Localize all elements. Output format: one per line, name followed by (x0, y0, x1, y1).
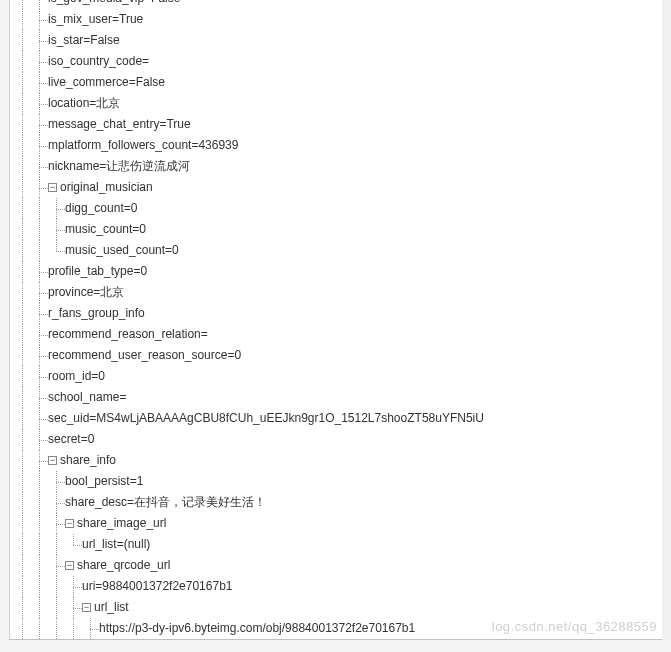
node-label: share_desc=在抖音，记录美好生活！ (65, 492, 266, 513)
tree-node[interactable]: recommend_reason_relation= (14, 324, 662, 345)
node-label: live_commerce=False (48, 72, 165, 93)
tree-node[interactable]: nickname=让悲伤逆流成河 (14, 156, 662, 177)
tree-node[interactable]: is_star=False (14, 30, 662, 51)
node-label: https://p6-dy-ipv6.byteimg.com/obj/98840… (99, 639, 415, 640)
node-label: bool_persist=1 (65, 471, 143, 492)
tree-node[interactable]: iso_country_code= (14, 51, 662, 72)
tree-node[interactable]: is_mix_user=True (14, 9, 662, 30)
node-label: is_gov_media_vip=False (48, 0, 180, 9)
tree-guides (14, 30, 48, 51)
tree-node[interactable]: original_musician (14, 177, 662, 198)
tree-node[interactable]: secret=0 (14, 429, 662, 450)
tree-guides (14, 471, 65, 492)
tree-node[interactable]: url_list=(null) (14, 534, 662, 555)
node-label: share_qrcode_url (77, 555, 170, 576)
collapse-icon[interactable] (65, 519, 74, 528)
tree-guides (14, 303, 48, 324)
tree-guides (14, 387, 48, 408)
tree-guides (14, 324, 48, 345)
node-label: share_info (60, 450, 116, 471)
tree-node[interactable]: room_id=0 (14, 366, 662, 387)
tree-node[interactable]: share_info (14, 450, 662, 471)
tree-guides (14, 408, 48, 429)
node-label: original_musician (60, 177, 153, 198)
tree-node[interactable]: https://p6-dy-ipv6.byteimg.com/obj/98840… (14, 639, 662, 640)
tree-guides (14, 555, 65, 576)
tree-guides (14, 240, 65, 261)
tree-node[interactable]: message_chat_entry=True (14, 114, 662, 135)
json-tree: is_gov_media_vip=Falseis_mix_user=Trueis… (10, 0, 662, 640)
tree-guides (14, 429, 48, 450)
tree-guides (14, 513, 65, 534)
tree-node[interactable]: https://p3-dy-ipv6.byteimg.com/obj/98840… (14, 618, 662, 639)
node-label: digg_count=0 (65, 198, 137, 219)
tree-guides (14, 639, 99, 640)
node-label: music_used_count=0 (65, 240, 179, 261)
tree-guides (14, 219, 65, 240)
tree-node[interactable]: school_name= (14, 387, 662, 408)
tree-node[interactable]: share_qrcode_url (14, 555, 662, 576)
collapse-icon[interactable] (48, 456, 57, 465)
tree-node[interactable]: share_image_url (14, 513, 662, 534)
tree-node[interactable]: music_count=0 (14, 219, 662, 240)
node-label: is_mix_user=True (48, 9, 143, 30)
node-label: mplatform_followers_count=436939 (48, 135, 238, 156)
tree-guides (14, 450, 48, 471)
tree-guides (14, 51, 48, 72)
tree-node[interactable]: location=北京 (14, 93, 662, 114)
scrollbar-track[interactable] (662, 0, 671, 640)
tree-node[interactable]: recommend_user_reason_source=0 (14, 345, 662, 366)
node-label: music_count=0 (65, 219, 146, 240)
tree-node[interactable]: music_used_count=0 (14, 240, 662, 261)
tree-guides (14, 366, 48, 387)
node-label: url_list=(null) (82, 534, 150, 555)
tree-guides (14, 261, 48, 282)
tree-guides (14, 72, 48, 93)
tree-node[interactable]: sec_uid=MS4wLjABAAAAgCBU8fCUh_uEEJkn9gr1… (14, 408, 662, 429)
node-label: nickname=让悲伤逆流成河 (48, 156, 190, 177)
node-label: uri=9884001372f2e70167b1 (82, 576, 232, 597)
node-label: room_id=0 (48, 366, 105, 387)
node-label: school_name= (48, 387, 126, 408)
node-label: iso_country_code= (48, 51, 149, 72)
node-label: recommend_reason_relation= (48, 324, 208, 345)
node-label: profile_tab_type=0 (48, 261, 147, 282)
node-label: province=北京 (48, 282, 124, 303)
tree-guides (14, 135, 48, 156)
tree-guides (14, 492, 65, 513)
collapse-icon[interactable] (82, 603, 91, 612)
tree-node[interactable]: live_commerce=False (14, 72, 662, 93)
tree-panel: is_gov_media_vip=Falseis_mix_user=Trueis… (9, 0, 663, 640)
tree-guides (14, 576, 82, 597)
node-label: sec_uid=MS4wLjABAAAAgCBU8fCUh_uEEJkn9gr1… (48, 408, 484, 429)
tree-guides (14, 597, 82, 618)
collapse-icon[interactable] (65, 561, 74, 570)
tree-node[interactable]: bool_persist=1 (14, 471, 662, 492)
node-label: recommend_user_reason_source=0 (48, 345, 241, 366)
tree-guides (14, 282, 48, 303)
tree-node[interactable]: url_list (14, 597, 662, 618)
node-label: message_chat_entry=True (48, 114, 191, 135)
tree-node[interactable]: r_fans_group_info (14, 303, 662, 324)
tree-node[interactable]: is_gov_media_vip=False (14, 0, 662, 9)
node-label: share_image_url (77, 513, 166, 534)
tree-node[interactable]: uri=9884001372f2e70167b1 (14, 576, 662, 597)
tree-node[interactable]: province=北京 (14, 282, 662, 303)
tree-guides (14, 9, 48, 30)
tree-guides (14, 534, 82, 555)
tree-node[interactable]: mplatform_followers_count=436939 (14, 135, 662, 156)
node-label: r_fans_group_info (48, 303, 145, 324)
tree-guides (14, 0, 48, 9)
collapse-icon[interactable] (48, 183, 57, 192)
tree-guides (14, 156, 48, 177)
tree-guides (14, 618, 99, 639)
tree-node[interactable]: digg_count=0 (14, 198, 662, 219)
tree-node[interactable]: profile_tab_type=0 (14, 261, 662, 282)
tree-node[interactable]: share_desc=在抖音，记录美好生活！ (14, 492, 662, 513)
tree-guides (14, 198, 65, 219)
node-label: secret=0 (48, 429, 94, 450)
node-label: is_star=False (48, 30, 120, 51)
tree-guides (14, 345, 48, 366)
node-label: location=北京 (48, 93, 120, 114)
tree-guides (14, 177, 48, 198)
